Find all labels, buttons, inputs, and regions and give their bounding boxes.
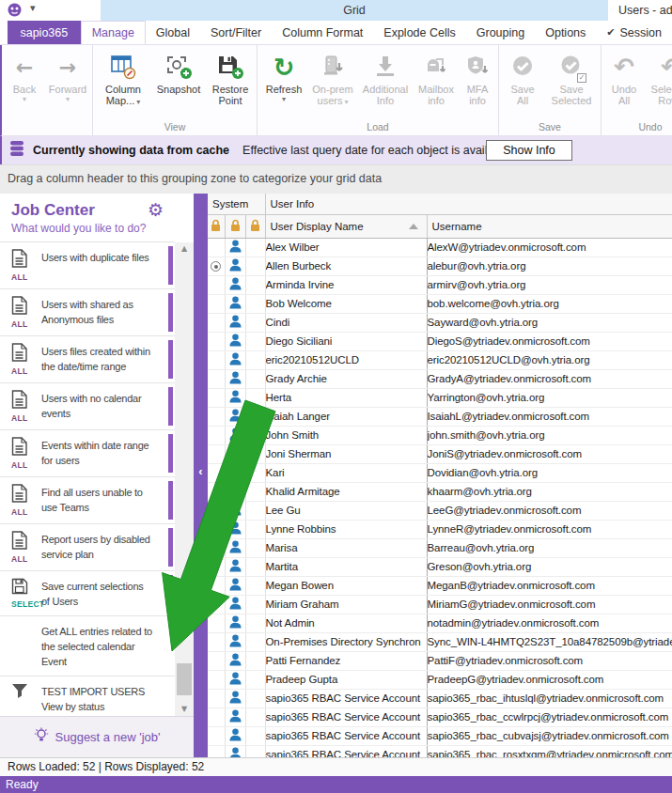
user-display-name-cell[interactable]: sapio365 RBAC Service Account <box>265 745 427 757</box>
panel-splitter[interactable]: ‹ <box>194 194 208 757</box>
username-cell[interactable]: Sayward@ovh.ytria.org <box>427 313 672 332</box>
user-display-name-cell[interactable]: Allen Burbeck <box>265 257 427 275</box>
table-row[interactable]: Kari Dovidian@ovh.ytria.org <box>208 463 672 482</box>
job-item[interactable]: ALL Users with no calendar events <box>0 383 175 430</box>
table-row[interactable]: Lynne Robbins LynneR@ytriadev.onmicrosof… <box>208 520 672 538</box>
table-row[interactable]: eric20210512UCLD eric20210512UCLD@ovh.yt… <box>208 350 672 369</box>
user-display-name-cell[interactable]: Alex Wilber <box>265 238 427 257</box>
user-display-name-cell[interactable]: Martita <box>265 557 427 576</box>
row-select-cell[interactable] <box>208 595 225 614</box>
user-display-name-cell[interactable]: Joni Sherman <box>265 444 427 463</box>
username-cell[interactable]: alebur@ovh.ytria.org <box>427 257 672 275</box>
row-select-cell[interactable] <box>208 707 225 726</box>
username-cell[interactable]: bob.welcome@ovh.ytria.org <box>427 294 672 313</box>
user-display-name-cell[interactable]: sapio365 RBAC Service Account <box>265 689 427 707</box>
tab-options[interactable]: Options <box>535 21 596 44</box>
username-cell[interactable]: sapio365_rbac_ihtuslql@ytriadev.onmicros… <box>427 689 672 707</box>
user-display-name-cell[interactable]: sapio365 RBAC Service Account <box>265 726 427 745</box>
tab-session[interactable]: ✔Session <box>596 21 672 44</box>
user-display-name-cell[interactable]: On-Premises Directory Synchron <box>265 632 427 651</box>
row-select-cell[interactable] <box>208 538 225 557</box>
mailbox-info-button[interactable]: Mailbox info <box>414 47 459 121</box>
user-display-name-cell[interactable]: Khalid Armitage <box>265 482 427 501</box>
row-select-cell[interactable] <box>208 726 225 745</box>
table-row[interactable]: Khalid Armitage khaarm@ovh.ytria.org <box>208 482 672 501</box>
quick-access-caret-icon[interactable]: ▾ <box>30 2 36 14</box>
username-cell[interactable]: JoniS@ytriadev.onmicrosoft.com <box>427 444 672 463</box>
user-display-name-cell[interactable]: Megan Bowen <box>265 576 427 595</box>
table-row[interactable]: Lee Gu LeeG@ytriadev.onmicrosoft.com <box>208 501 672 520</box>
table-row[interactable]: Megan Bowen MeganB@ytriadev.onmicrosoft.… <box>208 576 672 595</box>
row-select-cell[interactable] <box>208 407 225 426</box>
scrollbar-thumb[interactable] <box>177 663 192 695</box>
job-item[interactable]: ALL Find all users unable to use Teams <box>0 477 175 524</box>
table-row[interactable]: sapio365 RBAC Service Account sapio365_r… <box>208 689 672 707</box>
user-display-name-cell[interactable]: Cindi <box>265 313 427 332</box>
table-row[interactable]: Marisa Barreau@ovh.ytria.org <box>208 538 672 557</box>
row-select-cell[interactable] <box>208 520 225 538</box>
suggest-job-link[interactable]: Suggest a new 'job' <box>0 716 194 757</box>
username-cell[interactable]: Sync_WIN-L4HMTQ2S23T_10a84782509b@ytriad… <box>427 632 672 651</box>
column-map-button[interactable]: Column Map...▾ <box>95 47 151 121</box>
app-menu-button[interactable]: sapio365 <box>8 21 81 44</box>
username-cell[interactable]: MeganB@ytriadev.onmicrosoft.com <box>427 576 672 595</box>
row-select-cell[interactable] <box>208 576 225 595</box>
username-cell[interactable]: MiriamG@ytriadev.onmicrosoft.com <box>427 595 672 614</box>
row-select-cell[interactable] <box>208 689 225 707</box>
job-item[interactable]: TEST IMPORT USERS View by status <box>0 676 175 716</box>
row-select-cell[interactable] <box>208 463 225 482</box>
table-row[interactable]: On-Premises Directory Synchron Sync_WIN-… <box>208 632 672 651</box>
row-select-cell[interactable] <box>208 294 225 313</box>
user-display-name-cell[interactable]: Bob Welcome <box>265 294 427 313</box>
job-item[interactable]: ALL Report users by disabled service pla… <box>0 524 175 571</box>
show-info-button[interactable]: Show Info <box>486 140 572 161</box>
row-select-cell[interactable] <box>208 388 225 407</box>
job-list-scrollbar[interactable]: ▲ ▼ <box>175 242 194 716</box>
username-cell[interactable]: LeeG@ytriadev.onmicrosoft.com <box>427 501 672 520</box>
lock-icon[interactable] <box>245 214 265 238</box>
username-cell[interactable]: Barreau@ovh.ytria.org <box>427 538 672 557</box>
username-cell[interactable]: john.smith@ovh.ytria.org <box>427 426 672 444</box>
job-item[interactable]: SELECT Save current selections of Users <box>0 571 175 616</box>
user-display-name-cell[interactable]: Lee Gu <box>265 501 427 520</box>
job-item[interactable]: ALL Events within date range for users <box>0 430 175 477</box>
row-select-cell[interactable] <box>208 275 225 294</box>
additional-info-button[interactable]: Additional Info <box>357 47 414 121</box>
scroll-up-icon[interactable]: ▲ <box>175 242 194 256</box>
tab-global[interactable]: Global <box>146 21 200 44</box>
snapshot-button[interactable]: Snapshot <box>151 47 206 121</box>
user-display-name-cell[interactable]: Not Admin <box>265 614 427 632</box>
row-select-cell[interactable] <box>208 557 225 576</box>
lock-icon[interactable] <box>225 214 245 238</box>
scroll-down-icon[interactable]: ▼ <box>175 703 194 716</box>
username-cell[interactable]: AlexW@ytriadev.onmicrosoft.com <box>427 238 672 257</box>
back-button[interactable]: ← Back ▾ <box>4 47 45 121</box>
row-select-cell[interactable] <box>208 313 225 332</box>
row-select-cell[interactable] <box>208 238 225 257</box>
username-cell[interactable]: sapio365_rbac_rosxtxqm@ytriadev.onmicros… <box>427 745 672 757</box>
row-select-cell[interactable] <box>208 426 225 444</box>
table-row[interactable]: Allen Burbeck alebur@ovh.ytria.org <box>208 257 672 275</box>
row-select-cell[interactable] <box>208 501 225 520</box>
table-row[interactable]: Grady Archie GradyA@ytriadev.onmicrosoft… <box>208 369 672 388</box>
user-display-name-cell[interactable]: Herta <box>265 388 427 407</box>
table-row[interactable]: sapio365 RBAC Service Account sapio365_r… <box>208 745 672 757</box>
gear-icon[interactable]: ⚙ <box>148 199 164 220</box>
table-row[interactable]: Isaiah Langer IsaiahL@ytriadev.onmicroso… <box>208 407 672 426</box>
username-cell[interactable]: notadmin@ytriadev.onmicrosoft.com <box>427 614 672 632</box>
table-row[interactable]: Not Admin notadmin@ytriadev.onmicrosoft.… <box>208 614 672 632</box>
table-row[interactable]: Miriam Graham MiriamG@ytriadev.onmicroso… <box>208 595 672 614</box>
mfa-info-button[interactable]: MFA info <box>459 47 496 121</box>
table-row[interactable]: John Smith john.smith@ovh.ytria.org <box>208 426 672 444</box>
table-row[interactable]: sapio365 RBAC Service Account sapio365_r… <box>208 707 672 726</box>
tab-explode-cells[interactable]: Explode Cells <box>373 21 465 44</box>
username-cell[interactable]: Dovidian@ovh.ytria.org <box>427 463 672 482</box>
username-cell[interactable]: GradyA@ytriadev.onmicrosoft.com <box>427 369 672 388</box>
lock-icon[interactable] <box>208 214 225 238</box>
username-cell[interactable]: LynneR@ytriadev.onmicrosoft.com <box>427 520 672 538</box>
row-select-cell[interactable] <box>208 350 225 369</box>
user-display-name-cell[interactable]: Patti Fernandez <box>265 651 427 670</box>
undo-selected-rows-button[interactable]: ↶ ✓ Selected Rows <box>645 47 672 121</box>
tab-manage[interactable]: Manage <box>81 21 146 44</box>
row-select-cell[interactable] <box>208 482 225 501</box>
